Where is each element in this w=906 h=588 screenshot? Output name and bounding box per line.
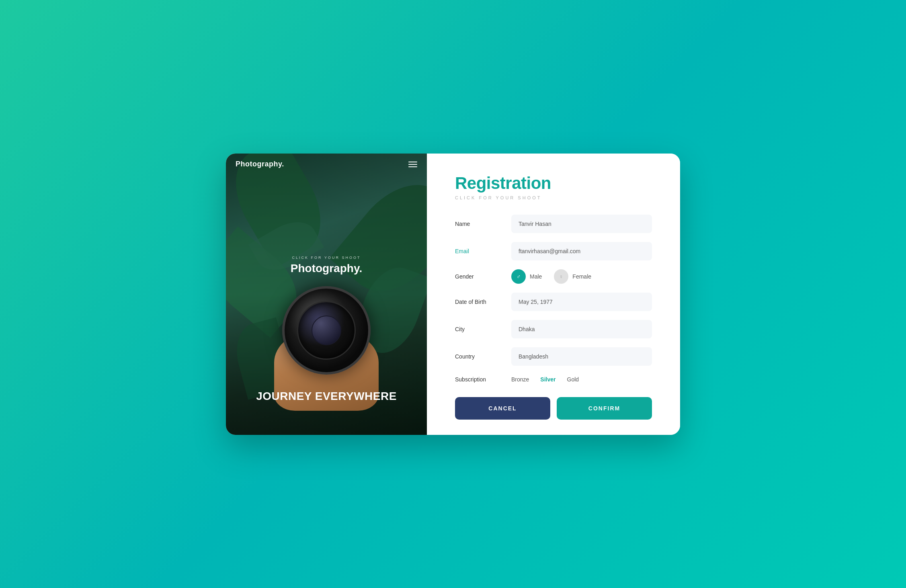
- cancel-button[interactable]: CANCEL: [455, 397, 550, 420]
- female-symbol: ♀: [559, 273, 564, 280]
- gender-row: Gender ♂ Male ♀ Female: [455, 269, 652, 284]
- buttons-row: CANCEL CONFIRM: [455, 397, 652, 420]
- registration-subtitle: CLICK FOR YOUR SHOOT: [455, 195, 652, 200]
- email-input[interactable]: [511, 242, 652, 260]
- gender-female-option[interactable]: ♀ Female: [554, 269, 591, 284]
- top-bar: Photography.: [226, 154, 427, 175]
- subscription-bronze[interactable]: Bronze: [511, 375, 529, 384]
- subscription-gold[interactable]: Gold: [567, 375, 579, 384]
- dob-row: Date of Birth: [455, 293, 652, 311]
- registration-title: Registration: [455, 174, 652, 193]
- female-label: Female: [572, 273, 591, 280]
- left-bottom-text: JOURNEY EVERYWHERE: [226, 387, 427, 435]
- country-label: Country: [455, 353, 511, 360]
- confirm-button[interactable]: CONFIRM: [557, 397, 652, 420]
- gender-male-radio[interactable]: ♂: [511, 269, 526, 284]
- left-center-subtitle: CLICK FOR YOUR SHOOT: [226, 256, 427, 260]
- name-label: Name: [455, 221, 511, 227]
- dob-input[interactable]: [511, 293, 652, 311]
- male-symbol: ♂: [517, 273, 521, 280]
- subscription-row: Subscription Bronze Silver Gold: [455, 375, 652, 384]
- hamburger-line: [408, 164, 417, 165]
- dob-label: Date of Birth: [455, 299, 511, 305]
- city-input[interactable]: [511, 320, 652, 338]
- country-row: Country: [455, 347, 652, 366]
- gender-female-radio[interactable]: ♀: [554, 269, 568, 284]
- left-center-text: CLICK FOR YOUR SHOOT Photography.: [226, 256, 427, 275]
- journey-title: JOURNEY EVERYWHERE: [226, 390, 427, 403]
- city-label: City: [455, 326, 511, 332]
- city-row: City: [455, 320, 652, 338]
- subscription-silver[interactable]: Silver: [540, 375, 555, 384]
- subscription-label: Subscription: [455, 376, 511, 383]
- gender-options: ♂ Male ♀ Female: [511, 269, 591, 284]
- male-label: Male: [530, 273, 542, 280]
- email-label: Email: [455, 248, 511, 254]
- main-card: Photography. CLICK FOR YOUR SHOOT Photog…: [226, 154, 680, 435]
- subscription-options: Bronze Silver Gold: [511, 375, 579, 384]
- gender-male-option[interactable]: ♂ Male: [511, 269, 542, 284]
- hamburger-menu[interactable]: [408, 162, 417, 167]
- hamburger-line: [408, 162, 417, 162]
- brand-logo: Photography.: [236, 160, 284, 168]
- camera-lens: [282, 286, 371, 375]
- hamburger-line: [408, 166, 417, 167]
- email-row: Email: [455, 242, 652, 260]
- name-row: Name: [455, 215, 652, 233]
- right-panel: Registration CLICK FOR YOUR SHOOT Name E…: [427, 154, 680, 435]
- name-input[interactable]: [511, 215, 652, 233]
- country-input[interactable]: [511, 347, 652, 366]
- gender-label: Gender: [455, 273, 511, 280]
- left-panel: Photography. CLICK FOR YOUR SHOOT Photog…: [226, 154, 427, 435]
- left-center-title: Photography.: [226, 262, 427, 275]
